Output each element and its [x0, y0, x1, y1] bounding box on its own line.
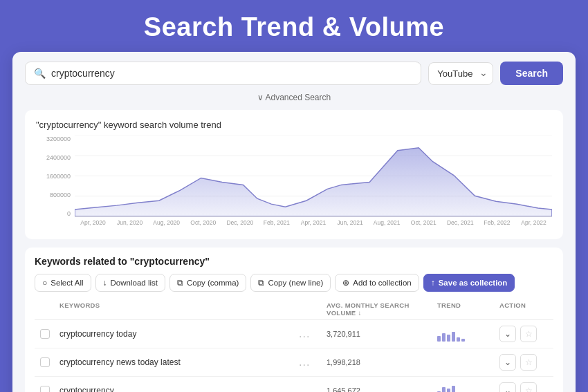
row1-checkbox[interactable]: [40, 329, 50, 339]
y-label-800000: 800000: [50, 192, 71, 198]
copy-comma-label: Copy (comma): [187, 279, 239, 287]
x-label-2: Aug, 2020: [148, 219, 185, 226]
search-icon: 🔍: [34, 68, 46, 79]
row3-trend: [437, 383, 499, 392]
row2-expand-button[interactable]: ⌄: [499, 354, 516, 371]
x-label-8: Aug, 2021: [369, 219, 405, 226]
search-input-wrap: 🔍: [25, 62, 421, 85]
page-title: Search Trend & Volume: [0, 12, 588, 42]
table-row: cryptocurrency today ... 3,720,911 ⌄: [35, 320, 553, 348]
row3-expand-button[interactable]: ⌄: [499, 382, 516, 392]
x-label-6: Apr, 2021: [295, 219, 331, 226]
row1-expand-button[interactable]: ⌄: [499, 326, 516, 342]
th-keywords: KEYWORDS: [59, 301, 299, 317]
y-label-0: 0: [67, 210, 71, 217]
row1-trend: [437, 326, 499, 342]
add-collection-button[interactable]: ⊕ Add to collection: [335, 274, 419, 292]
th-dots: [299, 301, 327, 317]
y-axis: 3200000 2400000 1600000 800000 0: [36, 136, 75, 217]
download-list-button[interactable]: ↓ Download list: [95, 274, 165, 292]
row1-volume: 3,720,911: [327, 330, 437, 338]
save-collection-icon: ↑: [431, 278, 435, 288]
search-input[interactable]: [51, 68, 412, 79]
row3-action: ⌄ ☆: [499, 382, 548, 392]
table-row: cryptocurrency news today latest ... 1,9…: [35, 348, 553, 377]
select-all-label: Select All: [50, 279, 83, 287]
th-action: ACTION: [499, 301, 548, 317]
th-trend: TREND: [437, 301, 499, 317]
advanced-search-label[interactable]: Advanced Search: [257, 93, 331, 102]
row2-dots: ...: [299, 356, 327, 368]
row3-checkbox[interactable]: [40, 386, 50, 392]
row2-star-button[interactable]: ☆: [520, 354, 537, 371]
row2-action: ⌄ ☆: [499, 354, 548, 371]
save-collection-button[interactable]: ↑ Save as collection: [423, 274, 515, 292]
x-label-3: Oct, 2020: [185, 219, 221, 226]
copy-comma-button[interactable]: ⧉ Copy (comma): [169, 274, 246, 292]
row2-checkbox[interactable]: [40, 357, 50, 367]
chart-section: "cryptocurrency" keyword search volume t…: [25, 110, 563, 239]
row2-keyword: cryptocurrency news today latest: [59, 357, 299, 367]
select-all-icon: ○: [42, 278, 47, 288]
bar: [457, 337, 460, 342]
platform-select[interactable]: YouTube Google Bing: [428, 62, 493, 85]
keywords-title: Keywords related to "cryptocurrency": [35, 256, 553, 267]
page-header: Search Trend & Volume: [0, 0, 588, 52]
add-collection-label: Add to collection: [353, 279, 411, 287]
x-label-0: Apr, 2020: [75, 219, 111, 226]
bar: [447, 335, 450, 342]
row1-star-button[interactable]: ☆: [520, 326, 537, 342]
x-label-4: Dec, 2020: [221, 219, 258, 226]
row1-keyword: cryptocurrency today: [59, 329, 299, 339]
copy-newline-button[interactable]: ⧉ Copy (new line): [250, 274, 331, 292]
row1-checkbox-cell: [40, 329, 59, 339]
th-checkbox: [40, 301, 59, 317]
search-bar: 🔍 YouTube Google Bing Search: [25, 62, 563, 85]
x-label-10: Dec, 2021: [442, 219, 479, 226]
advanced-search-toggle: Advanced Search: [25, 91, 563, 103]
x-label-5: Feb, 2021: [258, 219, 295, 226]
bar: [442, 333, 445, 342]
row2-volume: 1,998,218: [327, 358, 437, 366]
row1-dots: ...: [299, 328, 327, 340]
download-label: Download list: [111, 279, 158, 287]
row2-checkbox-cell: [40, 357, 59, 367]
table-header: KEYWORDS AVG. MONTHLY SEARCH VOLUME ↓ TR…: [35, 299, 553, 320]
x-label-11: Feb, 2022: [479, 219, 515, 226]
bar: [452, 332, 455, 342]
platform-wrap: YouTube Google Bing: [428, 62, 493, 85]
add-collection-icon: ⊕: [342, 278, 349, 288]
save-collection-label: Save as collection: [439, 279, 508, 287]
x-label-12: Apr, 2022: [515, 219, 552, 226]
row3-star-button[interactable]: ☆: [520, 382, 537, 392]
chart-inner: [75, 136, 552, 217]
trend-chart-svg: [75, 136, 552, 216]
row1-action: ⌄ ☆: [499, 326, 548, 342]
x-label-9: Oct, 2021: [405, 219, 442, 226]
chart-title: "cryptocurrency" keyword search volume t…: [36, 120, 552, 130]
bar: [452, 386, 455, 392]
row3-mini-chart: [437, 383, 465, 392]
bar: [461, 339, 465, 342]
bar: [447, 389, 450, 392]
action-bar: ○ Select All ↓ Download list ⧉ Copy (com…: [35, 274, 553, 292]
x-axis: Apr, 2020 Jun, 2020 Aug, 2020 Oct, 2020 …: [75, 217, 552, 232]
main-card: 🔍 YouTube Google Bing Search Advanced Se…: [12, 52, 576, 392]
copy-newline-label: Copy (new line): [268, 279, 323, 287]
keywords-table: KEYWORDS AVG. MONTHLY SEARCH VOLUME ↓ TR…: [35, 299, 553, 392]
y-label-3200000: 3200000: [46, 136, 71, 142]
bar: [437, 336, 441, 342]
keywords-section: Keywords related to "cryptocurrency" ○ S…: [25, 248, 563, 392]
x-label-1: Jun, 2020: [111, 219, 148, 226]
th-volume: AVG. MONTHLY SEARCH VOLUME ↓: [327, 301, 437, 317]
y-label-1600000: 1600000: [46, 173, 71, 180]
row3-checkbox-cell: [40, 386, 59, 392]
x-label-7: Jun, 2021: [332, 219, 369, 226]
select-all-button[interactable]: ○ Select All: [35, 274, 91, 292]
search-button[interactable]: Search: [500, 62, 563, 85]
row1-mini-chart: [437, 326, 465, 342]
row3-volume: 1,645,672: [327, 386, 437, 392]
bar: [442, 387, 445, 392]
y-label-2400000: 2400000: [46, 154, 71, 161]
row3-keyword: cryptocurrency: [59, 386, 299, 392]
